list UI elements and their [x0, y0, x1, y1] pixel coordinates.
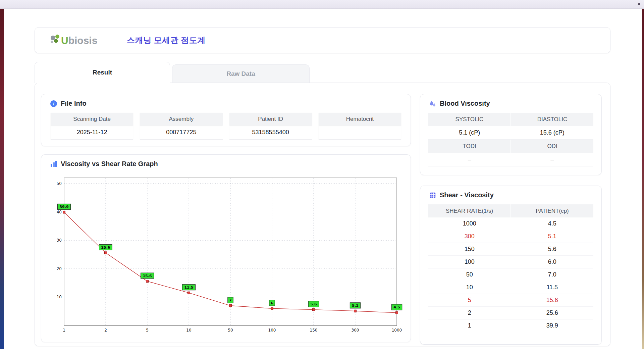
tab-raw-data[interactable]: Raw Data — [172, 64, 310, 83]
blood-viscosity-header: Blood Viscosity — [420, 94, 601, 110]
todi-value: – — [428, 153, 511, 166]
field-label: Scanning Date — [51, 113, 133, 126]
desktop-edge-left — [0, 9, 4, 349]
viscosity-shear-rate-chart: 10203040501251050100150300100039.925.615… — [49, 174, 404, 340]
svg-text:300: 300 — [352, 328, 359, 333]
shear-viscosity-title: Shear - Viscosity — [440, 191, 494, 199]
bar-chart-icon — [50, 160, 57, 168]
table-icon — [429, 192, 436, 199]
svg-text:4.5: 4.5 — [393, 305, 400, 309]
shear-cell: 100 — [428, 256, 511, 268]
diastolic-label: DIASTOLIC — [511, 113, 593, 126]
patient-column-header: PATIENT(cp) — [511, 204, 593, 217]
field-label: Assembly — [140, 113, 222, 126]
patient-cell: 4.5 — [511, 217, 594, 230]
svg-text:10: 10 — [186, 328, 191, 333]
patient-cell: 6.0 — [511, 256, 594, 268]
ubiosis-logo: Ubiosis — [48, 33, 108, 48]
tab-result[interactable]: Result — [35, 62, 170, 83]
svg-text:10: 10 — [57, 295, 62, 299]
diastolic-value: 15.6 (cP) — [511, 126, 594, 140]
file-info-card: i File Info Scanning Date 2025-11-12 Ass… — [41, 94, 411, 146]
shear-cell: 150 — [428, 243, 511, 255]
viscosity-graph-card: Viscosity vs Shear Rate Graph 1020304050… — [41, 154, 411, 342]
svg-text:i: i — [53, 101, 54, 106]
file-info-header: i File Info — [41, 94, 411, 110]
table-row: 10 11.5 — [428, 281, 593, 294]
shear-cell: 1000 — [428, 217, 511, 230]
table-header-row: SHEAR RATE(1/s) PATIENT(cp) — [428, 204, 593, 217]
blood-viscosity-title: Blood Viscosity — [440, 100, 490, 107]
svg-text:50: 50 — [228, 328, 233, 333]
page-title: 스캐닝 모세관 점도계 — [127, 35, 206, 46]
field-hematocrit: Hematocrit — [319, 113, 401, 140]
patient-cell: 5.6 — [511, 243, 594, 255]
table-row: 1000 4.5 — [428, 217, 593, 230]
shear-cell: 50 — [428, 268, 511, 281]
svg-text:50: 50 — [57, 181, 62, 186]
bv-value-row: 5.1 (cP) 15.6 (cP) — [428, 126, 593, 140]
field-assembly: Assembly 000717725 — [140, 113, 222, 140]
table-row: 50 7.0 — [428, 268, 593, 281]
svg-text:2: 2 — [104, 328, 107, 333]
graph-header: Viscosity vs Shear Rate Graph — [41, 155, 411, 170]
svg-text:25.6: 25.6 — [101, 245, 110, 250]
file-info-title: File Info — [61, 100, 87, 107]
field-scanning-date: Scanning Date 2025-11-12 — [51, 113, 133, 140]
app-window: Ubiosis 스캐닝 모세관 점도계 Result Raw Data i Fi… — [4, 9, 642, 349]
app-header: Ubiosis 스캐닝 모세관 점도계 — [35, 27, 610, 53]
patient-cell: 7.0 — [511, 268, 594, 281]
window-titlebar: × — [0, 0, 644, 9]
shear-viscosity-header: Shear - Viscosity — [420, 186, 601, 202]
close-button[interactable]: × — [634, 0, 644, 8]
shear-viscosity-table: SHEAR RATE(1/s) PATIENT(cp) 1000 4.5 300… — [420, 202, 601, 332]
graph-title: Viscosity vs Shear Rate Graph — [61, 160, 158, 168]
shear-cell: 1 — [428, 319, 511, 332]
shear-cell: 10 — [428, 281, 511, 294]
svg-text:6: 6 — [271, 301, 273, 305]
patient-cell: 11.5 — [511, 281, 594, 294]
field-label: Hematocrit — [319, 113, 401, 126]
logo-letter-u: U — [61, 35, 68, 46]
odi-label: ODI — [511, 140, 593, 153]
svg-text:1000: 1000 — [392, 328, 402, 333]
svg-text:5.6: 5.6 — [310, 302, 317, 306]
patient-cell: 5.1 — [511, 230, 594, 243]
shear-cell: 2 — [428, 307, 511, 319]
shear-viscosity-card: Shear - Viscosity SHEAR RATE(1/s) PATIEN… — [420, 186, 602, 345]
patient-cell: 39.9 — [511, 319, 594, 332]
table-row: 150 5.6 — [428, 243, 593, 256]
field-value: 53158555400 — [229, 126, 312, 140]
svg-text:20: 20 — [57, 266, 62, 271]
droplets-icon — [429, 100, 436, 107]
svg-text:Ubiosis: Ubiosis — [61, 35, 97, 46]
blood-viscosity-card: Blood Viscosity SYSTOLIC DIASTOLIC 5.1 (… — [420, 94, 602, 175]
shear-cell: 5 — [428, 294, 511, 306]
odi-value: – — [511, 153, 594, 166]
desktop-edge-right — [642, 9, 644, 349]
field-value: 2025-11-12 — [51, 126, 133, 140]
field-value: 000717725 — [140, 126, 222, 140]
shear-cell: 300 — [428, 230, 511, 243]
table-row: 5 15.6 — [428, 294, 593, 307]
svg-text:1: 1 — [63, 328, 65, 333]
logo-text: biosis — [68, 35, 98, 46]
result-panel: i File Info Scanning Date 2025-11-12 Ass… — [35, 83, 610, 346]
todi-label: TODI — [428, 140, 511, 153]
svg-text:30: 30 — [57, 238, 62, 243]
bv-label-row: SYSTOLIC DIASTOLIC — [428, 113, 593, 126]
svg-text:11.5: 11.5 — [184, 285, 193, 290]
patient-cell: 25.6 — [511, 307, 594, 319]
systolic-value: 5.1 (cP) — [428, 126, 511, 140]
svg-text:40: 40 — [57, 210, 62, 214]
svg-text:5.1: 5.1 — [352, 303, 359, 308]
bv-value-row: – – — [428, 153, 593, 166]
tab-bar: Result Raw Data — [35, 62, 642, 83]
svg-text:150: 150 — [310, 328, 318, 333]
systolic-label: SYSTOLIC — [428, 113, 511, 126]
table-row: 1 39.9 — [428, 319, 593, 332]
patient-cell: 15.6 — [511, 294, 594, 306]
file-info-fields: Scanning Date 2025-11-12 Assembly 000717… — [41, 110, 411, 140]
field-label: Patient ID — [229, 113, 312, 126]
blood-viscosity-table: SYSTOLIC DIASTOLIC 5.1 (cP) 15.6 (cP) TO… — [420, 110, 601, 166]
